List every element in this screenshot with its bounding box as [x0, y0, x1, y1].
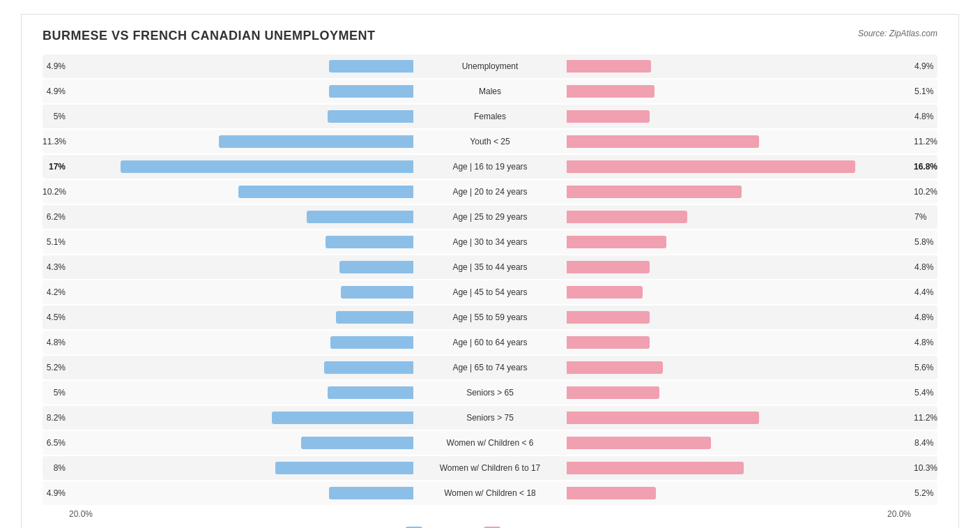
- bar-burmese: [238, 186, 413, 198]
- left-bar-wrapper: [69, 361, 413, 375]
- row-label: Youth < 25: [413, 137, 567, 146]
- left-bar-wrapper: [69, 436, 413, 450]
- bar-french: [567, 487, 656, 499]
- chart-area: 4.9% Unemployment 4.9% 4.9%: [43, 54, 937, 505]
- french-value: 11.2%: [910, 413, 937, 423]
- right-bar-wrapper: [567, 160, 910, 174]
- bar-burmese: [121, 160, 413, 173]
- bar-french: [567, 160, 855, 173]
- bar-row: 10.2% Age | 20 to 24 years 10.2%: [43, 180, 937, 204]
- right-bar-wrapper: [567, 135, 910, 149]
- burmese-value: 10.2%: [43, 187, 70, 197]
- right-section: 5.1%: [567, 80, 937, 103]
- row-label: Age | 30 to 34 years: [413, 237, 567, 247]
- left-section: 5%: [43, 105, 413, 128]
- burmese-value: 11.3%: [43, 137, 70, 146]
- axis-right-label: 20.0%: [567, 509, 937, 519]
- right-bar-wrapper: [567, 486, 911, 500]
- bar-burmese: [328, 386, 414, 399]
- left-section: 4.3%: [43, 255, 413, 279]
- left-bar-wrapper: [69, 411, 413, 425]
- left-bar-wrapper: [69, 110, 413, 123]
- right-section: 4.8%: [567, 331, 937, 354]
- left-bar-wrapper: [69, 486, 413, 500]
- right-section: 5.4%: [567, 381, 937, 405]
- left-bar-wrapper: [69, 84, 413, 98]
- burmese-value: 4.8%: [43, 338, 69, 347]
- bar-row: 8.2% Seniors > 75 11.2%: [43, 406, 937, 430]
- bar-row-inner: 4.9% Women w/ Children < 18 5.2%: [43, 481, 937, 505]
- bar-french: [567, 286, 643, 299]
- right-bar-wrapper: [567, 361, 911, 375]
- chart-title: BURMESE VS FRENCH CANADIAN UNEMPLOYMENT: [43, 29, 376, 43]
- left-bar-wrapper: [69, 59, 413, 73]
- burmese-value: 4.3%: [43, 262, 69, 272]
- bar-row: 8% Women w/ Children 6 to 17 10.3%: [43, 456, 937, 480]
- french-value: 5.1%: [911, 86, 937, 96]
- burmese-value: 5.2%: [43, 363, 69, 372]
- row-label: Women w/ Children < 6: [413, 438, 567, 448]
- bar-french: [567, 437, 711, 449]
- left-bar-wrapper: [69, 285, 413, 299]
- bar-row-inner: 5% Females 4.8%: [43, 105, 937, 128]
- bar-burmese: [275, 462, 413, 474]
- right-section: 11.2%: [567, 406, 937, 430]
- bar-burmese: [328, 110, 414, 123]
- french-value: 10.3%: [910, 463, 937, 473]
- left-section: 4.5%: [43, 306, 413, 329]
- burmese-value: 4.9%: [43, 488, 69, 498]
- right-section: 8.4%: [567, 431, 937, 455]
- burmese-value: 8%: [43, 463, 69, 473]
- left-section: 17%: [43, 155, 413, 179]
- french-value: 4.4%: [911, 287, 937, 297]
- right-bar-wrapper: [567, 411, 910, 425]
- french-value: 5.8%: [911, 237, 937, 247]
- burmese-value: 5.1%: [43, 237, 69, 247]
- bar-row-inner: 4.5% Age | 55 to 59 years 4.8%: [43, 306, 937, 329]
- row-label: Women w/ Children < 18: [413, 488, 567, 498]
- french-value: 4.8%: [911, 112, 937, 121]
- chart-source: Source: ZipAtlas.com: [858, 29, 937, 38]
- right-bar-wrapper: [567, 210, 911, 224]
- row-label: Age | 16 to 19 years: [413, 162, 567, 172]
- right-bar-wrapper: [567, 335, 911, 349]
- row-label: Unemployment: [413, 61, 567, 71]
- bar-row: 11.3% Youth < 25 11.2%: [43, 130, 937, 153]
- bar-french: [567, 386, 659, 399]
- right-section: 11.2%: [567, 130, 937, 153]
- bar-row: 5.1% Age | 30 to 34 years 5.8%: [43, 230, 937, 254]
- bar-french: [567, 412, 759, 424]
- right-bar-wrapper: [567, 436, 911, 450]
- bar-row: 4.8% Age | 60 to 64 years 4.8%: [43, 331, 937, 354]
- right-bar-wrapper: [567, 461, 910, 475]
- bar-burmese: [329, 85, 413, 98]
- bar-french: [567, 462, 744, 474]
- french-value: 5.2%: [911, 488, 937, 498]
- left-bar-wrapper: [70, 185, 413, 199]
- left-section: 6.5%: [43, 431, 413, 455]
- burmese-value: 4.2%: [43, 287, 69, 297]
- right-bar-wrapper: [567, 59, 911, 73]
- bar-french: [567, 110, 650, 123]
- right-section: 4.9%: [567, 54, 937, 78]
- bar-row-inner: 5% Seniors > 65 5.4%: [43, 381, 937, 405]
- burmese-value: 17%: [43, 162, 69, 172]
- right-bar-wrapper: [567, 285, 911, 299]
- row-label: Age | 45 to 54 years: [413, 287, 567, 297]
- bar-row: 4.3% Age | 35 to 44 years 4.8%: [43, 255, 937, 279]
- left-section: 5.1%: [43, 230, 413, 254]
- right-section: 10.3%: [567, 456, 937, 480]
- french-value: 8.4%: [911, 438, 937, 448]
- burmese-value: 5%: [43, 112, 69, 121]
- row-label: Seniors > 75: [413, 413, 567, 423]
- row-label: Women w/ Children 6 to 17: [413, 463, 567, 473]
- right-bar-wrapper: [567, 235, 911, 249]
- bar-row-inner: 8.2% Seniors > 75 11.2%: [43, 406, 937, 430]
- burmese-value: 4.9%: [43, 61, 69, 71]
- bar-row-inner: 4.3% Age | 35 to 44 years 4.8%: [43, 255, 937, 279]
- right-section: 4.8%: [567, 255, 937, 279]
- chart-header: BURMESE VS FRENCH CANADIAN UNEMPLOYMENT …: [43, 29, 937, 43]
- bar-row-inner: 4.9% Unemployment 4.9%: [43, 54, 937, 78]
- left-section: 6.2%: [43, 205, 413, 229]
- left-section: 4.2%: [43, 280, 413, 304]
